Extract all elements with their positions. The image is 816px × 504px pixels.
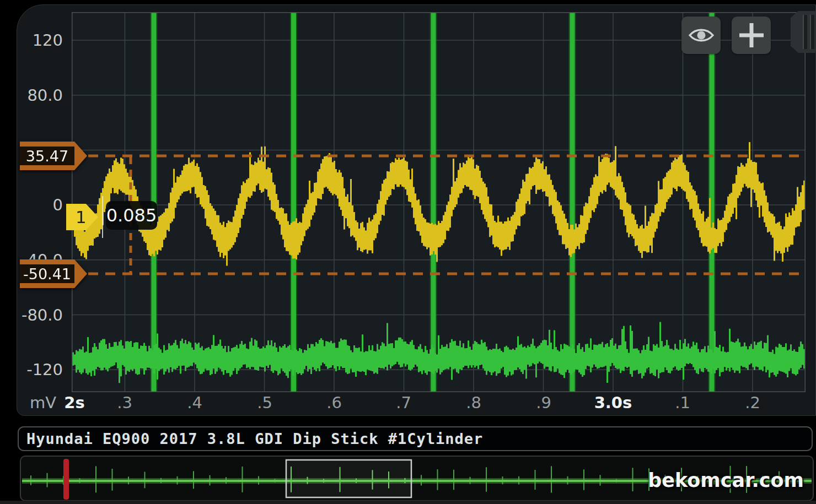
x-tick-label: .5 <box>257 393 272 412</box>
plus-icon <box>738 22 765 48</box>
side-panel-handle[interactable] <box>791 11 816 53</box>
visibility-button[interactable] <box>681 17 721 54</box>
x-tick-label: .9 <box>536 393 551 412</box>
y-tick-label: 120 <box>33 31 63 50</box>
x-tick-label: 3.0s <box>594 393 632 412</box>
ruler-high-value: 35.47 <box>20 142 74 170</box>
y-tick-label: 0 <box>53 196 63 214</box>
overview-viewport-box <box>286 460 411 497</box>
y-tick-label: 80.0 <box>27 86 63 105</box>
x-tick-label: .2 <box>745 393 760 412</box>
x-tick-label: .7 <box>396 393 411 412</box>
bottom-bezel <box>0 501 816 504</box>
ruler-arrow-icon <box>74 259 87 288</box>
x-tick-label: .6 <box>326 393 342 412</box>
ruler-high-handle[interactable]: 35.47 <box>20 142 87 170</box>
overview-playhead <box>63 459 69 500</box>
cursor-value-tooltip: 0.085 <box>106 201 157 230</box>
x-tick-label: .4 <box>187 393 202 412</box>
y-tick-label: -120 <box>26 360 63 379</box>
eye-icon <box>688 26 715 44</box>
cursor-line <box>102 196 103 238</box>
recording-title-bar: Hyundai EQ900 2017 3.8L GDI Dip Stick #1… <box>18 426 813 451</box>
screen: { "title_bar": { "text": "Hyundai EQ900 … <box>0 0 816 504</box>
handle-groove-icon <box>810 15 814 49</box>
add-channel-button[interactable] <box>732 17 771 54</box>
ruler-arrow-icon <box>74 142 87 170</box>
x-tick-label: .8 <box>466 393 481 412</box>
y-axis-unit-label: mV <box>30 393 56 412</box>
waveform-plot[interactable] <box>72 12 806 392</box>
x-tick-label: .3 <box>117 393 132 412</box>
ruler-low-value: -50.41 <box>20 259 74 288</box>
ruler-low-handle[interactable]: -50.41 <box>20 259 87 288</box>
handle-groove-icon <box>803 15 807 49</box>
recording-title: Hyundai EQ900 2017 3.8L GDI Dip Stick #1… <box>26 430 483 447</box>
y-tick-label: -80.0 <box>22 306 63 324</box>
x-tick-label: .1 <box>675 393 690 412</box>
x-tick-label: 2s <box>64 393 84 412</box>
watermark: bekomcar.com <box>648 469 804 491</box>
